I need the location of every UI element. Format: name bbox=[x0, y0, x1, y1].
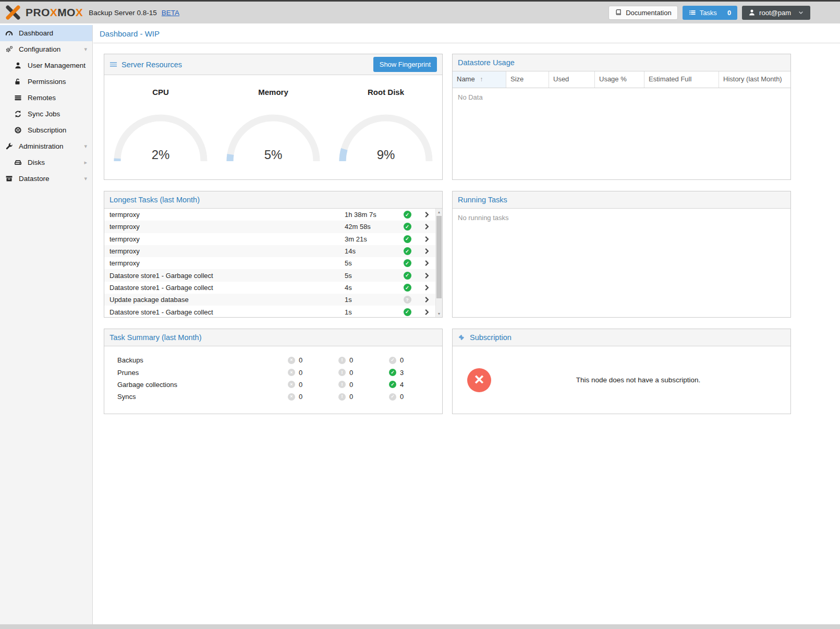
task-summary-header: Task Summary (last Month) bbox=[104, 329, 442, 346]
no-subscription-error-icon: × bbox=[467, 368, 491, 392]
collapse-arrow-icon[interactable]: ▾ bbox=[84, 46, 87, 52]
scroll-down-arrow-icon[interactable]: ▼ bbox=[436, 310, 442, 317]
longest-tasks-body: termproxy1h 38m 7s✓termproxy42m 58s✓term… bbox=[104, 209, 442, 317]
open-task-chevron-icon[interactable] bbox=[418, 223, 435, 230]
running-tasks-empty: No running tasks bbox=[453, 209, 790, 317]
proxmox-wordmark: PROXMOX bbox=[26, 6, 83, 19]
column-header-estimated-full[interactable]: Estimated Full bbox=[644, 71, 719, 88]
column-header-used[interactable]: Used bbox=[549, 71, 595, 88]
bottom-edge bbox=[0, 624, 840, 629]
tasks-scrollbar[interactable]: ▲ ▼ bbox=[435, 209, 442, 317]
sidebar-item-subscription[interactable]: Subscription bbox=[0, 122, 92, 138]
open-task-chevron-icon[interactable] bbox=[418, 211, 435, 218]
user-icon bbox=[748, 9, 756, 16]
running-tasks-panel: Running Tasks No running tasks bbox=[452, 191, 791, 318]
open-task-chevron-icon[interactable] bbox=[418, 284, 435, 291]
gauge-root-disk: Root Disk9% bbox=[330, 88, 442, 179]
task-row[interactable]: termproxy5s✓ bbox=[104, 257, 435, 269]
server-resources-title: Server Resources bbox=[121, 61, 182, 69]
scroll-up-arrow-icon[interactable]: ▲ bbox=[436, 209, 442, 215]
sidebar-item-disks[interactable]: Disks▸ bbox=[0, 154, 92, 171]
support-icon bbox=[14, 126, 23, 135]
datastore-grid-empty: No Data bbox=[453, 88, 790, 179]
expand-arrow-icon[interactable]: ▸ bbox=[84, 160, 87, 165]
sync-icon bbox=[14, 110, 23, 118]
longest-tasks-list: termproxy1h 38m 7s✓termproxy42m 58s✓term… bbox=[104, 209, 435, 317]
task-row[interactable]: Datastore store1 - Garbage collect1s✓ bbox=[104, 306, 435, 317]
documentation-button[interactable]: Documentation bbox=[608, 6, 677, 20]
column-header-size[interactable]: Size bbox=[506, 71, 549, 88]
bars-icon bbox=[109, 61, 117, 68]
sidebar-item-administration[interactable]: Administration▾ bbox=[0, 138, 92, 154]
open-task-chevron-icon[interactable] bbox=[418, 309, 435, 316]
gauge-arc: 2% bbox=[114, 113, 208, 163]
gauge-value: 9% bbox=[339, 148, 433, 162]
brand: PROXMOX Backup Server 0.8-15 BETA bbox=[5, 5, 179, 20]
subscription-message: This node does not have a subscription. bbox=[491, 376, 790, 384]
open-task-chevron-icon[interactable] bbox=[418, 272, 435, 279]
datastore-usage-panel: Datastore Usage Name ↑SizeUsedUsage %Est… bbox=[452, 54, 791, 180]
task-row[interactable]: Datastore store1 - Garbage collect5s✓ bbox=[104, 269, 435, 281]
sidebar-item-configuration[interactable]: Configuration▾ bbox=[0, 41, 92, 57]
open-task-chevron-icon[interactable] bbox=[418, 236, 435, 243]
sidebar-item-remotes[interactable]: Remotes bbox=[0, 90, 92, 106]
datastore-grid-header: Name ↑SizeUsedUsage %Estimated FullHisto… bbox=[453, 71, 790, 88]
task-row[interactable]: Datastore store1 - Garbage collect4s✓ bbox=[104, 282, 435, 294]
user-menu-button[interactable]: root@pam bbox=[742, 6, 810, 20]
column-header-history-last-month-[interactable]: History (last Month) bbox=[719, 71, 790, 88]
open-task-chevron-icon[interactable] bbox=[418, 296, 435, 303]
sidebar: DashboardConfiguration▾User ManagementPe… bbox=[0, 25, 93, 624]
summary-row-syncs: Syncs×0!0✓0 bbox=[104, 391, 442, 403]
gauge-label: Root Disk bbox=[330, 88, 442, 96]
column-header-name[interactable]: Name ↑ bbox=[453, 71, 506, 88]
chevron-down-icon bbox=[798, 9, 804, 16]
cogs-icon bbox=[5, 45, 15, 54]
open-task-chevron-icon[interactable] bbox=[418, 248, 435, 255]
warning-count-icon: ! bbox=[338, 381, 346, 388]
left-column: Server Resources Show Fingerprint CPU2%M… bbox=[104, 54, 443, 414]
subscription-body: × This node does not have a subscription… bbox=[453, 346, 790, 414]
sidebar-item-permissions[interactable]: Permissions bbox=[0, 74, 92, 90]
status-ok-icon: ✓ bbox=[404, 211, 411, 219]
task-row[interactable]: termproxy14s✓ bbox=[104, 245, 435, 257]
task-row[interactable]: termproxy1h 38m 7s✓ bbox=[104, 209, 435, 221]
unlock-icon bbox=[14, 78, 23, 86]
task-row[interactable]: Update package database1s? bbox=[104, 294, 435, 306]
datastore-usage-header: Datastore Usage bbox=[453, 54, 790, 71]
server-resources-panel: Server Resources Show Fingerprint CPU2%M… bbox=[104, 54, 443, 180]
task-row[interactable]: termproxy3m 21s✓ bbox=[104, 233, 435, 245]
error-count-icon: × bbox=[288, 369, 295, 376]
sidebar-item-datastore[interactable]: Datastore▾ bbox=[0, 171, 92, 187]
sidebar-item-dashboard[interactable]: Dashboard bbox=[0, 25, 92, 41]
ticket-icon bbox=[458, 334, 466, 342]
subscription-title: Subscription bbox=[470, 333, 512, 342]
gauge-label: CPU bbox=[104, 88, 217, 96]
subscription-header: Subscription bbox=[453, 329, 790, 346]
open-task-chevron-icon[interactable] bbox=[418, 260, 435, 267]
column-header-usage-[interactable]: Usage % bbox=[595, 71, 644, 88]
status-ok-icon: ✓ bbox=[404, 235, 411, 243]
sidebar-item-sync-jobs[interactable]: Sync Jobs bbox=[0, 106, 92, 122]
scrollbar-thumb[interactable] bbox=[436, 216, 442, 298]
tasks-button[interactable]: Tasks 0 bbox=[683, 6, 737, 20]
task-summary-body: Backups×0!0✓0Prunes×0!0✓3Garbage collect… bbox=[104, 346, 442, 414]
ok-count-icon: ✓ bbox=[389, 357, 396, 364]
collapse-arrow-icon[interactable]: ▾ bbox=[84, 143, 87, 149]
task-row[interactable]: termproxy42m 58s✓ bbox=[104, 221, 435, 233]
right-column: Datastore Usage Name ↑SizeUsedUsage %Est… bbox=[452, 54, 791, 414]
sidebar-item-user-management[interactable]: User Management bbox=[0, 57, 92, 74]
warning-count-icon: ! bbox=[338, 357, 346, 364]
warning-count-icon: ! bbox=[338, 369, 346, 376]
ok-count-icon: ✓ bbox=[389, 381, 396, 388]
beta-link[interactable]: BETA bbox=[162, 9, 179, 17]
book-icon bbox=[615, 9, 622, 16]
status-ok-icon: ✓ bbox=[404, 308, 411, 316]
product-version-label: Backup Server 0.8-15 bbox=[89, 9, 157, 17]
error-count-icon: × bbox=[288, 381, 295, 388]
list-icon bbox=[14, 94, 23, 102]
collapse-arrow-icon[interactable]: ▾ bbox=[84, 176, 87, 182]
task-summary-panel: Task Summary (last Month) Backups×0!0✓0P… bbox=[104, 329, 443, 414]
show-fingerprint-button[interactable]: Show Fingerprint bbox=[373, 57, 437, 72]
server-resources-header: Server Resources Show Fingerprint bbox=[104, 54, 442, 75]
archive-icon bbox=[5, 175, 15, 183]
